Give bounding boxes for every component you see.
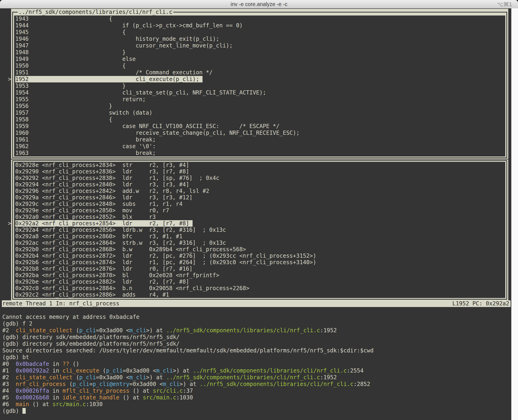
source-line: 1961 break; [14, 136, 505, 143]
disassembly-body: 0x2928e <nrf_cli_process+2834> str r2, [… [14, 162, 505, 298]
source-line: 1949 else [14, 56, 505, 62]
source-line: 1963 break; [14, 150, 505, 157]
disassembly-line: 0x29296 <nrf_cli_process+2842> add.w r2,… [14, 188, 505, 194]
disassembly-line-current: >0x292a2 <nrf_cli_process+2854> ldr r2, … [14, 220, 505, 227]
disassembly-line: 0x292ba <nrf_cli_process+2878> bl 0x2e02… [14, 272, 505, 278]
border-line [12, 160, 507, 161]
source-line: 1953 } [14, 83, 505, 89]
source-line: 1943 { [14, 15, 505, 22]
disassembly-line: 0x29294 <nrf_cli_process+2840> ldr r3, [… [14, 181, 505, 188]
disassembly-pane: 0x2928e <nrf_cli_process+2834> str r2, [… [11, 159, 508, 300]
border-line [12, 160, 13, 299]
console-line: (gdb) f 2 [2, 320, 510, 327]
disassembly-pane-border-top [11, 159, 508, 162]
border-line [506, 160, 507, 299]
disassembly-line: 0x2929e <nrf_cli_process+2850> mov r0, r… [14, 207, 505, 214]
status-bar: remote Thread 1 In: nrf_cli_process L195… [2, 300, 511, 307]
source-line: 1948 } [14, 49, 505, 56]
disassembly-line: 0x292c0 <nrf_cli_process+2884> b.n 0x290… [14, 285, 505, 292]
gdb-console[interactable]: Cannot access memory at address 0xbadcaf… [2, 314, 510, 414]
source-body: 1943 {1944 if (p_cli->p_ctx->cmd_buff_le… [14, 15, 505, 157]
disassembly-line: 0x292b6 <nrf_cli_process+2874> ldr r1, [… [14, 259, 505, 266]
console-line: Source directories searched: /Users/tyle… [2, 347, 510, 354]
source-line: 1946 history_mode_exit(p_cli); [14, 36, 505, 42]
border-line [12, 299, 507, 300]
terminal-scrollbar[interactable] [511, 8, 518, 420]
disassembly-pane-border-bottom [11, 298, 508, 300]
console-line: (gdb) directory sdk/embedded/platforms/n… [2, 341, 510, 347]
source-pane-border-top: ../nrf5_sdk/components/libraries/cli/nrf… [11, 9, 508, 15]
source-line: 1956 } [14, 103, 505, 110]
source-line: 1962 case '\0': [14, 143, 505, 150]
source-line: 1951 /* Command execution */ [14, 69, 505, 76]
console-line: #4 0x00026ffa in mflt_cli_try_process ()… [2, 388, 510, 394]
border-line [12, 158, 507, 158]
console-line: #6 main () at src/main.c:1030 [2, 401, 510, 408]
source-pane-title: ../nrf5_sdk/components/libraries/cli/nrf… [18, 9, 173, 15]
border-line [506, 12, 507, 158]
disassembly-line: 0x292b8 <nrf_cli_process+2876> ldr r0, [… [14, 266, 505, 272]
disassembly-line: 0x292a0 <nrf_cli_process+2852> blx r3 [14, 214, 505, 220]
status-line-pc: L1952 PC: 0x292a2 [452, 300, 509, 307]
disassembly-line: 0x29292 <nrf_cli_process+2838> ldr r1, [… [14, 175, 505, 181]
console-line: #5 0x00026b68 in idle_state_handle () at… [2, 394, 510, 401]
source-pane-border-bottom [11, 157, 508, 159]
terminal-screen[interactable]: ../nrf5_sdk/components/libraries/cli/nrf… [0, 8, 518, 420]
window-shortcut-badge: ⌥⌘1 [497, 1, 512, 8]
disassembly-line: 0x2929c <nrf_cli_process+2848> subs r1, … [14, 201, 505, 207]
console-line: (gdb) [2, 408, 510, 414]
source-pane: ../nrf5_sdk/components/libraries/cli/nrf… [11, 9, 508, 159]
disassembly-line: 0x292b0 <nrf_cli_process+2868> b.w 0x289… [14, 246, 505, 253]
source-line: 1959 case NRF_CLI_VT100_ASCII_ESC: /* ES… [14, 123, 505, 130]
console-line: #2 cli_state_collect (p_cli=0x3ad00 <m_c… [2, 374, 510, 381]
status-thread-info: remote Thread 1 In: nrf_cli_process [2, 300, 119, 307]
disassembly-line: 0x292a8 <nrf_cli_process+2860> bfc r3, #… [14, 233, 505, 240]
console-line: (gdb) bt [2, 354, 510, 361]
console-line: (gdb) directory sdk/embedded/platforms/n… [2, 334, 510, 341]
console-line: #3 nrf_cli_process (p_cli=p_cli@entry=0x… [2, 381, 510, 388]
disassembly-line: 0x292b4 <nrf_cli_process+2872> ldr r2, [… [14, 253, 505, 259]
console-line: #2 cli_state_collect (p_cli=0x3ad00 <m_c… [2, 327, 510, 334]
window-title: inv -e core.analyze -e -c [0, 1, 518, 8]
source-line: 1944 if (p_cli->p_ctx->cmd_buff_len == 0… [14, 22, 505, 29]
source-line: 1955 return; [14, 96, 505, 103]
source-line: 1957 switch (data) [14, 110, 505, 116]
source-line: 1950 { [14, 62, 505, 69]
source-line: 1958 { [14, 116, 505, 123]
console-line: #0 0x0badcafe in ?? () [2, 361, 510, 368]
border-line [12, 12, 13, 158]
disassembly-line: 0x292a4 <nrf_cli_process+2856> ldrb.w r3… [14, 227, 505, 233]
source-line-current: >1952 cli_execute(p_cli); [14, 76, 505, 83]
terminal-cursor [22, 408, 26, 414]
source-line: 1945 { [14, 29, 505, 36]
source-line: 1947 cursor_next_line_move(p_cli); [14, 42, 505, 49]
source-line: 1960 receive_state_change(p_cli, NRF_CLI… [14, 130, 505, 136]
disassembly-line: 0x2928e <nrf_cli_process+2834> str r2, [… [14, 162, 505, 168]
disassembly-line: 0x292c2 <nrf_cli_process+2886> adds r4, … [14, 292, 505, 298]
disassembly-line: 0x29290 <nrf_cli_process+2836> ldr r3, [… [14, 168, 505, 175]
window-titlebar[interactable]: inv -e core.analyze -e -c ⌥⌘1 [0, 0, 518, 8]
terminal-window: inv -e core.analyze -e -c ⌥⌘1 ../nrf5_sd… [0, 0, 518, 420]
console-line: Cannot access memory at address 0xbadcaf… [2, 314, 510, 320]
console-line: #1 0x000292a2 in cli_execute (p_cli=0x3a… [2, 368, 510, 374]
disassembly-line: 0x292be <nrf_cli_process+2882> ldr r2, [… [14, 278, 505, 285]
disassembly-line: 0x2929a <nrf_cli_process+2846> ldr r3, [… [14, 194, 505, 201]
disassembly-line: 0x292ac <nrf_cli_process+2864> strb.w r3… [14, 240, 505, 246]
current-line-marker: > [8, 76, 11, 83]
current-line-marker: > [8, 220, 11, 227]
source-line: 1954 cli_state_set(p_cli, NRF_CLI_STATE_… [14, 89, 505, 96]
